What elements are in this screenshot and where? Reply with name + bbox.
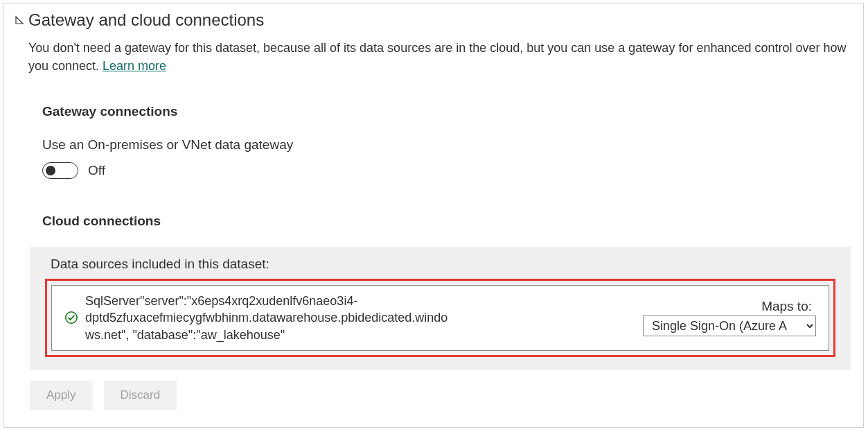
- data-source-row: SqlServer"server":"x6eps4xrq2xudenlfv6na…: [51, 285, 829, 351]
- cloud-connections-block: Cloud connections: [42, 214, 852, 229]
- data-sources-panel: Data sources included in this dataset: S…: [30, 247, 851, 370]
- apply-button[interactable]: Apply: [30, 381, 93, 410]
- data-source-right: Maps to: Single Sign-On (Azure A: [643, 299, 816, 336]
- data-source-text: SqlServer"server":"x6eps4xrq2xudenlfv6na…: [85, 293, 452, 343]
- section-title: Gateway and cloud connections: [28, 10, 264, 31]
- use-gateway-label: Use an On-premises or VNet data gateway: [42, 137, 852, 153]
- gateway-connections-heading: Gateway connections: [42, 104, 852, 119]
- toggle-knob-icon: [46, 166, 55, 175]
- section-description: You don't need a gateway for this datase…: [28, 39, 852, 75]
- learn-more-link[interactable]: Learn more: [103, 59, 166, 73]
- gateway-connections-block: Gateway connections Use an On-premises o…: [42, 104, 852, 179]
- maps-to-label: Maps to:: [643, 299, 816, 314]
- gateway-toggle-row: Off: [42, 162, 852, 179]
- data-source-highlight: SqlServer"server":"x6eps4xrq2xudenlfv6na…: [45, 279, 835, 357]
- collapse-triangle-icon[interactable]: [15, 15, 24, 25]
- gateway-cloud-connections-panel: Gateway and cloud connections You don't …: [3, 3, 864, 428]
- maps-to-select[interactable]: Single Sign-On (Azure A: [643, 316, 816, 336]
- status-ok-icon: [64, 311, 78, 325]
- svg-point-0: [66, 312, 77, 323]
- action-buttons: Apply Discard: [30, 381, 852, 410]
- gateway-toggle-state-label: Off: [88, 163, 105, 178]
- data-source-left: SqlServer"server":"x6eps4xrq2xudenlfv6na…: [64, 293, 643, 343]
- gateway-toggle[interactable]: [42, 162, 78, 179]
- section-header[interactable]: Gateway and cloud connections: [15, 10, 852, 31]
- data-sources-title: Data sources included in this dataset:: [51, 257, 835, 272]
- discard-button[interactable]: Discard: [104, 381, 177, 410]
- cloud-connections-heading: Cloud connections: [42, 214, 852, 229]
